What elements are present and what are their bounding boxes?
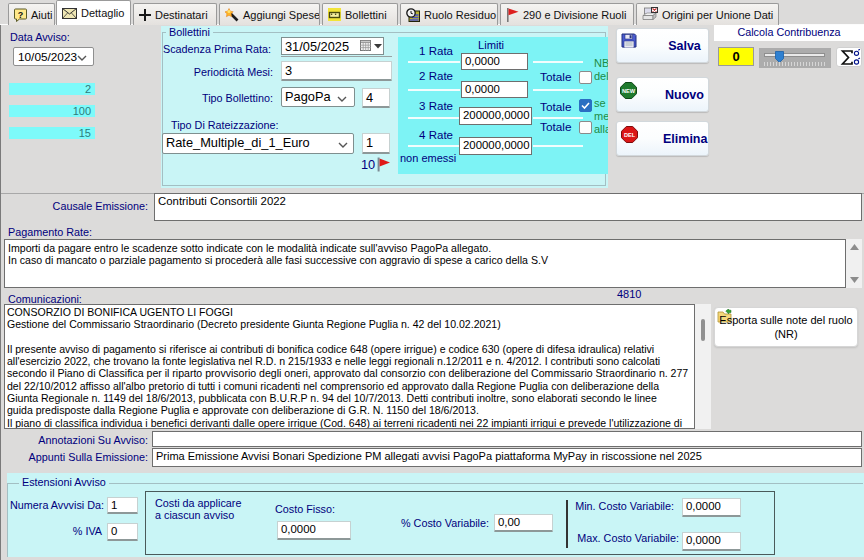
svg-text:DEL: DEL xyxy=(624,132,636,138)
svg-text:?: ? xyxy=(18,9,24,19)
svg-text:NEW: NEW xyxy=(622,88,636,94)
